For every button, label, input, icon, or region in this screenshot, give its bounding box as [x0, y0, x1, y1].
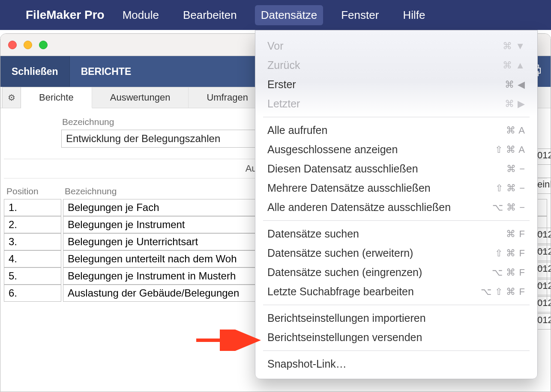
menu-item-label: Diesen Datensatz ausschließen: [267, 163, 418, 175]
menu-separator: [263, 350, 530, 351]
menu-item[interactable]: Letzte Suchabfrage bearbeiten⌥ ⇧ ⌘ F: [255, 282, 537, 301]
menu-item-shortcut: ⌘ ◀: [505, 79, 525, 90]
menu-item-label: Datensätze suchen: [267, 228, 359, 240]
annotation-arrow-icon: [196, 330, 265, 351]
cell-position[interactable]: 6.: [4, 285, 61, 302]
menu-item[interactable]: Berichtseinstellungen versenden: [255, 328, 537, 347]
menu-item[interactable]: Diesen Datensatz ausschließen⌘ −: [255, 159, 537, 178]
col-position: Position: [6, 186, 61, 196]
menu-item-shortcut: ⌘ ▶: [505, 98, 525, 110]
menu-item[interactable]: Snapshot-Link…: [255, 354, 537, 374]
menu-separator: [263, 117, 530, 117]
menu-item[interactable]: Datensätze suchen (erweitern)⇧ ⌘ F: [255, 244, 537, 263]
menu-item-label: Datensätze suchen (erweitern): [267, 247, 413, 259]
window-minimize-icon[interactable]: [24, 41, 32, 49]
menu-item[interactable]: Datensätze suchen (eingrenzen)⌥ ⌘ F: [255, 263, 537, 282]
tab-auswertungen[interactable]: Auswertungen: [92, 87, 189, 108]
menu-separator: [263, 220, 530, 221]
menu-item-shortcut: ⌥ ⌘ F: [492, 267, 525, 278]
menu-item-label: Vor: [267, 40, 284, 52]
menu-item-label: Snapshot-Link…: [267, 358, 347, 370]
menu-item-label: Letzte Suchabfrage bearbeiten: [267, 285, 414, 298]
cell-position[interactable]: 2.: [4, 216, 61, 233]
window-close-icon[interactable]: [8, 41, 17, 49]
menu-item-shortcut: ⌘ A: [506, 125, 525, 136]
menu-item-shortcut: ⌘ ▲: [503, 60, 525, 71]
cell-position[interactable]: 3.: [4, 233, 61, 250]
menu-item-label: Berichtseinstellungen versenden: [267, 331, 422, 344]
cell-position[interactable]: 5.: [4, 267, 61, 285]
menu-item-shortcut: ⌘ −: [506, 163, 525, 175]
menu-item[interactable]: Berichtseinstellungen importieren: [255, 309, 537, 328]
menu-fenster[interactable]: Fenster: [335, 5, 385, 25]
menu-item-label: Ausgeschlossene anzeigen: [267, 143, 398, 156]
menu-item[interactable]: Erster⌘ ◀: [255, 75, 537, 94]
macos-menubar: FileMaker Pro Module Bearbeiten Datensät…: [0, 0, 551, 30]
menu-item-shortcut: ⌘ ▼: [503, 41, 525, 52]
menu-item[interactable]: Alle aufrufen⌘ A: [255, 121, 537, 140]
menu-item-label: Erster: [267, 78, 296, 91]
menu-item-shortcut: ⌥ ⇧ ⌘ F: [481, 286, 525, 297]
menu-item-label: Datensätze suchen (eingrenzen): [267, 266, 422, 279]
menu-item[interactable]: Ausgeschlossene anzeigen⇧ ⌘ A: [255, 140, 537, 159]
menu-bearbeiten[interactable]: Bearbeiten: [177, 5, 243, 25]
menu-item-shortcut: ⇧ ⌘ F: [495, 248, 525, 259]
toolbar-close-button[interactable]: Schließen: [0, 56, 70, 87]
datensaetze-dropdown: Vor⌘ ▼Zurück⌘ ▲Erster⌘ ◀Letzter⌘ ▶Alle a…: [255, 30, 538, 379]
menu-item-label: Mehrere Datensätze ausschließen: [267, 182, 431, 194]
menu-item[interactable]: Mehrere Datensätze ausschließen⇧ ⌘ −: [255, 178, 537, 198]
menu-item-label: Zurück: [267, 59, 300, 71]
menu-item-shortcut: ⌥ ⌘ −: [492, 202, 525, 213]
menu-item-label: Letzter: [267, 98, 300, 110]
cell-position[interactable]: 4.: [4, 250, 61, 267]
gear-icon[interactable]: ⚙: [2, 87, 21, 108]
cell-position[interactable]: 1.: [4, 199, 61, 216]
menu-hilfe[interactable]: Hilfe: [397, 5, 431, 25]
menu-item-label: Alle aufrufen: [267, 124, 327, 137]
menu-datensaetze[interactable]: Datensätze: [255, 5, 323, 25]
menu-item: Zurück⌘ ▲: [255, 56, 537, 75]
menu-item-label: Berichtseinstellungen importieren: [267, 312, 426, 324]
menu-item: Vor⌘ ▼: [255, 36, 537, 56]
menu-module[interactable]: Module: [117, 5, 165, 25]
menu-item[interactable]: Alle anderen Datensätze ausschließen⌥ ⌘ …: [255, 198, 537, 217]
tab-berichte[interactable]: Berichte: [21, 87, 92, 108]
window-zoom-icon[interactable]: [39, 41, 48, 49]
menu-item[interactable]: Datensätze suchen⌘ F: [255, 224, 537, 244]
menu-separator: [263, 305, 530, 305]
app-name[interactable]: FileMaker Pro: [26, 8, 105, 22]
menu-item-shortcut: ⇧ ⌘ −: [495, 183, 525, 194]
menu-item-shortcut: ⇧ ⌘ A: [495, 144, 525, 155]
menu-item-label: Alle anderen Datensätze ausschließen: [267, 201, 451, 214]
toolbar-title: BERICHTE: [70, 66, 143, 77]
menu-item-shortcut: ⌘ F: [506, 229, 525, 240]
menu-item: Letzter⌘ ▶: [255, 94, 537, 113]
